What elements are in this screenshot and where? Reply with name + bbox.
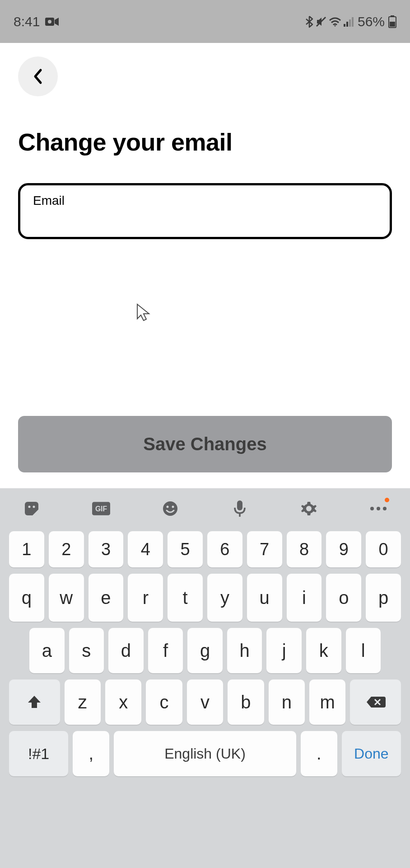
status-left: 8:41	[14, 14, 59, 29]
svg-rect-4	[344, 24, 345, 27]
key-f[interactable]: f	[148, 628, 183, 673]
status-right: 56%	[305, 14, 396, 29]
cursor-icon	[135, 302, 151, 322]
gif-icon[interactable]: GIF	[92, 500, 110, 518]
svg-point-18	[172, 506, 174, 508]
key-z[interactable]: z	[65, 679, 101, 725]
key-1[interactable]: 1	[9, 531, 44, 567]
key-t[interactable]: t	[168, 574, 203, 622]
svg-point-16	[163, 501, 177, 516]
email-label: Email	[33, 193, 377, 208]
backspace-key[interactable]	[350, 679, 401, 725]
period-key[interactable]: .	[301, 731, 337, 776]
app-content: Change your email Email Save Changes	[0, 43, 410, 488]
key-h[interactable]: h	[227, 628, 262, 673]
svg-rect-5	[346, 22, 348, 27]
key-s[interactable]: s	[69, 628, 104, 673]
svg-point-22	[370, 507, 374, 510]
svg-rect-6	[349, 19, 351, 27]
shift-key[interactable]	[9, 679, 60, 725]
key-4[interactable]: 4	[128, 531, 163, 567]
key-r[interactable]: r	[128, 574, 163, 622]
svg-point-24	[383, 507, 387, 510]
key-9[interactable]: 9	[326, 531, 361, 567]
key-d[interactable]: d	[108, 628, 144, 673]
key-b[interactable]: b	[228, 679, 264, 725]
key-j[interactable]: j	[266, 628, 302, 673]
key-u[interactable]: u	[247, 574, 282, 622]
svg-point-13	[33, 506, 35, 508]
key-n[interactable]: n	[269, 679, 305, 725]
more-icon[interactable]	[369, 500, 387, 518]
key-6[interactable]: 6	[207, 531, 242, 567]
svg-rect-7	[352, 17, 354, 27]
keyboard: GIF 1 2 3 4 5 6 7 8 9 0 q w e r t y u	[0, 488, 410, 868]
svg-point-1	[48, 20, 51, 24]
done-key[interactable]: Done	[342, 731, 401, 776]
save-changes-button[interactable]: Save Changes	[18, 416, 392, 472]
back-button[interactable]	[18, 57, 58, 96]
key-c[interactable]: c	[146, 679, 182, 725]
svg-text:GIF: GIF	[95, 505, 107, 513]
mic-icon[interactable]	[231, 500, 249, 518]
svg-rect-19	[237, 500, 242, 510]
emoji-icon[interactable]	[161, 500, 179, 518]
key-x[interactable]: x	[105, 679, 141, 725]
signal-icon	[343, 17, 354, 27]
key-0[interactable]: 0	[366, 531, 401, 567]
key-row-zxcv: z x c v b n m	[9, 679, 401, 725]
key-q[interactable]: q	[9, 574, 44, 622]
svg-point-21	[306, 506, 312, 511]
symbol-key[interactable]: !#1	[9, 731, 68, 776]
svg-point-12	[28, 506, 31, 508]
key-8[interactable]: 8	[287, 531, 322, 567]
bluetooth-icon	[305, 15, 313, 28]
chevron-left-icon	[32, 67, 44, 85]
gear-icon[interactable]	[300, 500, 318, 518]
content-spacer	[18, 239, 392, 416]
video-record-icon	[45, 17, 59, 27]
svg-point-23	[377, 507, 380, 510]
shift-icon	[27, 694, 42, 710]
key-7[interactable]: 7	[247, 531, 282, 567]
key-g[interactable]: g	[187, 628, 223, 673]
key-p[interactable]: p	[366, 574, 401, 622]
key-m[interactable]: m	[309, 679, 345, 725]
page-title: Change your email	[18, 128, 392, 156]
key-row-bottom: !#1 , English (UK) . Done	[9, 731, 401, 776]
key-i[interactable]: i	[287, 574, 322, 622]
key-v[interactable]: v	[187, 679, 223, 725]
save-button-label: Save Changes	[143, 434, 266, 454]
key-a[interactable]: a	[29, 628, 65, 673]
status-bar: 8:41 56%	[0, 0, 410, 43]
key-row-asdf: a s d f g h j k l	[9, 628, 401, 673]
key-row-qwerty: q w e r t y u i o p	[9, 574, 401, 622]
svg-rect-10	[390, 22, 395, 27]
status-time: 8:41	[14, 14, 40, 29]
wifi-icon	[329, 17, 341, 27]
battery-icon	[388, 15, 396, 28]
space-key[interactable]: English (UK)	[114, 731, 296, 776]
key-e[interactable]: e	[89, 574, 124, 622]
mute-icon	[315, 16, 327, 28]
key-2[interactable]: 2	[49, 531, 84, 567]
email-field[interactable]: Email	[18, 183, 392, 239]
svg-point-3	[334, 25, 335, 26]
key-3[interactable]: 3	[89, 531, 124, 567]
key-o[interactable]: o	[326, 574, 361, 622]
comma-key[interactable]: ,	[73, 731, 109, 776]
key-5[interactable]: 5	[168, 531, 203, 567]
sticker-icon[interactable]	[23, 500, 41, 518]
key-w[interactable]: w	[49, 574, 84, 622]
keyboard-toolbar: GIF	[9, 500, 401, 531]
key-l[interactable]: l	[346, 628, 381, 673]
battery-percent: 56%	[358, 14, 385, 29]
key-k[interactable]: k	[306, 628, 341, 673]
key-row-numbers: 1 2 3 4 5 6 7 8 9 0	[9, 531, 401, 567]
backspace-icon	[366, 695, 386, 709]
key-y[interactable]: y	[207, 574, 242, 622]
svg-point-17	[167, 506, 169, 508]
